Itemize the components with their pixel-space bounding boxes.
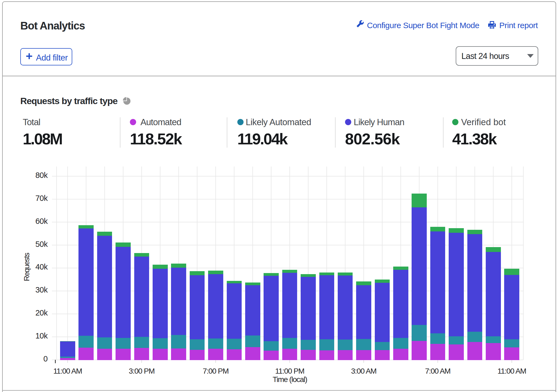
svg-text:20k: 20k — [35, 308, 48, 317]
svg-text:40k: 40k — [35, 263, 48, 271]
svg-text:50k: 50k — [35, 240, 48, 248]
svg-text:7:00 AM: 7:00 AM — [425, 367, 451, 375]
svg-text:11:00 AM: 11:00 AM — [497, 367, 526, 375]
svg-text:3:00 PM: 3:00 PM — [129, 367, 155, 375]
svg-text:0: 0 — [43, 354, 48, 363]
svg-text:3:00 AM: 3:00 AM — [351, 367, 376, 375]
svg-text:70k: 70k — [35, 194, 48, 202]
svg-text:Requests: Requests — [22, 253, 31, 281]
svg-text:30k: 30k — [35, 285, 48, 294]
svg-text:Time (local): Time (local) — [273, 375, 307, 384]
svg-text:80k: 80k — [35, 171, 48, 180]
svg-text:60k: 60k — [35, 217, 48, 225]
svg-text:11:00 AM: 11:00 AM — [53, 367, 82, 375]
svg-text:10k: 10k — [35, 331, 48, 340]
svg-text:11:00 PM: 11:00 PM — [275, 367, 304, 375]
svg-text:7:00 PM: 7:00 PM — [203, 367, 228, 375]
